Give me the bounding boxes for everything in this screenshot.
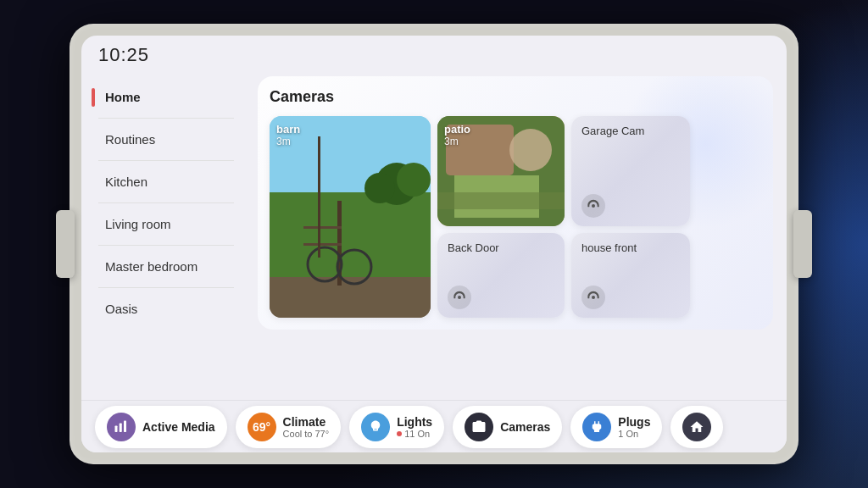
svg-point-16 <box>592 204 595 208</box>
housefront-cam-icon <box>581 286 605 309</box>
bottom-bar: Active Media 69° Climate Cool to 77° <box>81 400 787 452</box>
svg-rect-8 <box>303 243 342 246</box>
sidebar-item-oasis[interactable]: Oasis <box>88 291 244 326</box>
active-media-pill[interactable]: Active Media <box>95 406 227 448</box>
svg-point-14 <box>509 129 552 171</box>
housefront-cam-label: house front <box>581 241 680 254</box>
svg-rect-1 <box>270 192 431 277</box>
camera-card-barn[interactable]: barn 3m <box>270 116 431 318</box>
garage-cam-icon <box>581 194 605 218</box>
sidebar-item-home[interactable]: Home <box>88 80 244 114</box>
sidebar: Home Routines Kitchen Living room Master… <box>81 69 251 400</box>
other-icon <box>682 413 711 441</box>
cameras-section: Cameras <box>258 76 773 330</box>
lights-text: Lights 11 On <box>397 415 432 439</box>
tablet-frame: 10:25 Home Routines Kitchen Living room <box>70 24 798 464</box>
lights-dot <box>397 431 402 436</box>
sidebar-divider-2 <box>98 160 234 161</box>
plugs-pill[interactable]: Plugs 1 On <box>570 406 662 448</box>
camera-card-housefront[interactable]: house front <box>571 233 690 318</box>
climate-pill[interactable]: 69° Climate Cool to 77° <box>236 406 342 448</box>
climate-icon: 69° <box>248 413 276 441</box>
patio-label: patio 3m <box>444 123 470 147</box>
backdoor-cam-label: Back Door <box>448 241 554 254</box>
garage-cam-label: Garage Cam <box>581 125 680 137</box>
status-bar: 10:25 <box>81 36 787 69</box>
svg-rect-15 <box>437 192 565 209</box>
camera-card-garage[interactable]: Garage Cam <box>571 116 690 226</box>
sidebar-divider <box>98 118 234 119</box>
sidebar-divider-4 <box>98 245 234 246</box>
lights-sub: 11 On <box>397 429 432 439</box>
cameras-pill-title: Cameras <box>500 420 550 434</box>
sidebar-item-kitchen[interactable]: Kitchen <box>88 164 244 199</box>
plugs-text: Plugs 1 On <box>618 415 650 439</box>
climate-text: Climate Cool to 77° <box>283 415 330 439</box>
content-area: Cameras <box>251 69 787 400</box>
handle-right <box>793 210 812 278</box>
climate-sub: Cool to 77° <box>283 429 330 439</box>
climate-title: Climate <box>283 415 330 429</box>
cameras-text: Cameras <box>500 420 550 434</box>
handle-left <box>56 210 75 278</box>
sidebar-item-living-room[interactable]: Living room <box>88 207 244 241</box>
cameras-title: Cameras <box>270 88 761 106</box>
other-pill[interactable] <box>670 406 723 448</box>
camera-card-backdoor[interactable]: Back Door <box>437 233 565 318</box>
active-media-text: Active Media <box>142 420 215 434</box>
svg-rect-19 <box>115 425 118 432</box>
svg-point-4 <box>397 163 431 197</box>
svg-point-17 <box>458 296 461 299</box>
sidebar-divider-3 <box>98 202 234 203</box>
lights-title: Lights <box>397 415 432 429</box>
active-media-icon <box>107 413 136 441</box>
plugs-icon <box>582 413 611 441</box>
sidebar-item-routines[interactable]: Routines <box>88 122 244 157</box>
sidebar-item-master-bedroom[interactable]: Master bedroom <box>88 249 244 284</box>
backdoor-cam-icon <box>448 286 471 309</box>
camera-card-patio[interactable]: patio 3m <box>437 116 565 226</box>
camera-grid: barn 3m <box>270 116 761 318</box>
lights-pill[interactable]: Lights 11 On <box>349 406 444 448</box>
plugs-sub: 1 On <box>618 429 650 439</box>
cameras-icon <box>465 413 493 441</box>
sidebar-divider-5 <box>98 287 234 288</box>
svg-rect-7 <box>303 226 342 229</box>
plugs-title: Plugs <box>618 415 650 429</box>
screen: 10:25 Home Routines Kitchen Living room <box>81 36 787 452</box>
main-content: Home Routines Kitchen Living room Master… <box>81 69 787 400</box>
svg-point-18 <box>592 296 595 299</box>
active-media-title: Active Media <box>142 420 215 434</box>
lights-icon <box>361 413 390 441</box>
svg-rect-20 <box>120 423 122 432</box>
time-display: 10:25 <box>98 44 149 66</box>
cameras-pill[interactable]: Cameras <box>453 406 562 448</box>
barn-label: barn 3m <box>276 123 300 147</box>
svg-rect-21 <box>124 420 126 432</box>
svg-point-5 <box>364 173 395 203</box>
